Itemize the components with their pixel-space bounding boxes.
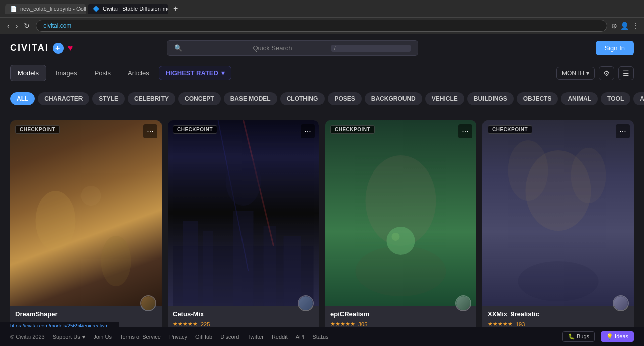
footer-support[interactable]: Support Us ♥	[53, 334, 86, 340]
browser-action-buttons: ⊕ 👤 ⋮	[611, 22, 639, 30]
svg-point-1	[101, 236, 131, 286]
menu-button[interactable]: ⋮	[632, 22, 639, 30]
chip-all[interactable]: ALL	[10, 92, 35, 105]
chip-poses[interactable]: POSES	[328, 92, 361, 105]
footer-status[interactable]: Status	[312, 334, 328, 340]
chip-clothing[interactable]: CLOTHING	[280, 92, 325, 105]
filter-right-controls: MONTH ▾ ⚙ ☰	[556, 66, 634, 80]
category-bar: ALL CHARACTER STYLE CELEBRITY CONCEPT BA…	[0, 84, 644, 113]
tab1-favicon: 📄	[10, 6, 17, 12]
filter-icon-button[interactable]: ⚙	[599, 66, 614, 80]
svg-rect-4	[183, 221, 198, 306]
svg-rect-5	[203, 231, 213, 306]
tab-models[interactable]: Models	[10, 65, 46, 81]
bugs-button[interactable]: 🐛 Bugs	[562, 331, 595, 342]
footer-join[interactable]: Join Us	[93, 334, 112, 340]
search-bar[interactable]: 🔍 Quick Search /	[167, 40, 418, 56]
logo[interactable]: CIVITAI + ♥	[10, 43, 74, 54]
card-dreamshaper-menu[interactable]: ···	[143, 124, 157, 138]
footer-twitter[interactable]: Twitter	[247, 334, 263, 340]
svg-point-19	[518, 261, 599, 301]
card-cetusmix-avatar	[298, 295, 314, 311]
chip-background[interactable]: BACKGROUND	[365, 92, 422, 105]
chip-buildings[interactable]: BUILDINGS	[467, 92, 514, 105]
filter-dropdown[interactable]: HIGHEST RATED ▾	[159, 66, 231, 80]
tab2-favicon: 🔷	[93, 6, 100, 12]
footer-api[interactable]: API	[296, 334, 305, 340]
tab-images[interactable]: Images	[48, 65, 85, 81]
tabs-container: 📄 new_colab_file.ipynb - Collabora... ✕ …	[5, 3, 181, 14]
card-xxmix-rating-count: 193	[516, 321, 525, 327]
sign-in-button[interactable]: Sign In	[596, 41, 634, 55]
chip-celebrity[interactable]: CELEBRITY	[128, 92, 175, 105]
back-button[interactable]: ‹	[5, 21, 12, 31]
footer-privacy[interactable]: Privacy	[169, 334, 187, 340]
card-xxmix-title: XXMix_9realistic	[488, 310, 629, 318]
period-label: MONTH	[562, 70, 584, 77]
chip-tool[interactable]: TOOL	[601, 92, 630, 105]
site-header: CIVITAI + ♥ 🔍 Quick Search / Sign In	[0, 34, 644, 62]
chip-style[interactable]: STYLE	[92, 92, 125, 105]
extensions-button[interactable]: ⊕	[611, 22, 617, 30]
svg-rect-8	[284, 236, 301, 306]
tab-1[interactable]: 📄 new_colab_file.ipynb - Collabora... ✕	[5, 4, 86, 14]
footer-github[interactable]: GitHub	[195, 334, 212, 340]
card-epicrealism-title: epiCRealism	[330, 310, 471, 318]
svg-point-2	[81, 186, 101, 206]
chip-concept[interactable]: CONCEPT	[178, 92, 221, 105]
period-selector[interactable]: MONTH ▾	[556, 67, 595, 80]
footer-copyright: © Civitai 2023	[10, 334, 45, 340]
footer-discord[interactable]: Discord	[220, 334, 239, 340]
card-xxmix[interactable]: CHECKPOINT ··· XXMix_9realistic ★★★★★ 19…	[482, 120, 634, 341]
search-icon: 🔍	[174, 44, 249, 52]
card-xxmix-avatar	[613, 295, 629, 311]
chip-objects[interactable]: OBJECTS	[517, 92, 558, 105]
footer-reddit[interactable]: Reddit	[272, 334, 288, 340]
footer-tos[interactable]: Terms of Service	[120, 334, 161, 340]
logo-text: CIVITAI	[10, 43, 49, 53]
svg-point-14	[387, 227, 415, 255]
reload-button[interactable]: ↻	[22, 21, 32, 31]
address-input[interactable]: civitai.com	[36, 20, 607, 32]
svg-rect-7	[264, 226, 276, 306]
period-chevron-icon: ▾	[586, 70, 589, 77]
tab-2[interactable]: 🔷 Civitai | Stable Diffusion models... ✕	[88, 4, 168, 14]
card-cetusmix[interactable]: CHECKPOINT ··· Cetus-Mix ★★★★★ 225 ♥ 2.7…	[168, 120, 319, 341]
forward-button[interactable]: ›	[14, 21, 20, 31]
new-tab-button[interactable]: +	[170, 3, 181, 14]
browser-tab-bar: 📄 new_colab_file.ipynb - Collabora... ✕ …	[0, 0, 644, 18]
card-dreamshaper-avatar	[140, 295, 156, 311]
model-grid: CHECKPOINT ··· DreamShaper	[0, 113, 644, 346]
chip-vehicle[interactable]: VEHICLE	[425, 92, 464, 105]
filter-label-text: HIGHEST RATED	[166, 69, 218, 77]
card-xxmix-menu[interactable]: ···	[616, 124, 630, 138]
address-text: civitai.com	[43, 22, 71, 29]
tab-articles[interactable]: Articles	[120, 65, 157, 81]
ideas-button[interactable]: 💡 Ideas	[601, 331, 634, 342]
chip-base-model[interactable]: BASE MODEL	[224, 92, 277, 105]
card-epicrealism-menu[interactable]: ···	[458, 124, 472, 138]
svg-point-0	[36, 191, 76, 251]
profile-button[interactable]: 👤	[620, 22, 629, 30]
card-epicrealism-avatar	[455, 295, 471, 311]
nav-tabs: Models Images Posts Articles HIGHEST RAT…	[0, 62, 644, 84]
card-cetusmix-badge: CHECKPOINT	[173, 125, 217, 134]
chip-action[interactable]: ACTION	[633, 92, 644, 105]
card-dreamshaper-badge: CHECKPOINT	[15, 125, 60, 134]
logo-heart-icon: ♥	[68, 43, 74, 53]
card-dreamshaper[interactable]: CHECKPOINT ··· DreamShaper	[10, 120, 162, 341]
chip-character[interactable]: CHARACTER	[38, 92, 89, 105]
tab1-title: new_colab_file.ipynb - Collabora...	[20, 6, 86, 12]
card-epicrealism-rating-count: 305	[358, 321, 367, 327]
card-cetusmix-rating-count: 225	[201, 321, 210, 327]
card-cetusmix-title: Cetus-Mix	[173, 310, 314, 318]
logo-plus-icon[interactable]: +	[53, 43, 64, 54]
layout-toggle-button[interactable]: ☰	[618, 66, 634, 80]
tab-posts[interactable]: Posts	[87, 65, 119, 81]
chip-animal[interactable]: ANIMAL	[561, 92, 598, 105]
card-xxmix-image	[482, 120, 634, 306]
card-dreamshaper-image	[10, 120, 162, 306]
card-epicrealism[interactable]: CHECKPOINT ··· epiCRealism ★★★★★ 305 ♥ 3…	[325, 120, 476, 341]
card-cetusmix-menu[interactable]: ···	[301, 124, 315, 138]
address-bar-row: ‹ › ↻ civitai.com ⊕ 👤 ⋮	[0, 18, 644, 34]
